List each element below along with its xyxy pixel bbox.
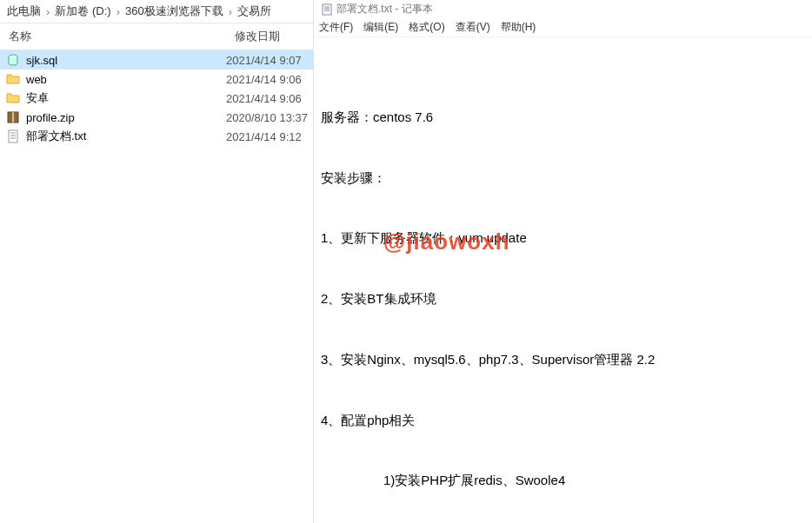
notepad-icon — [321, 3, 333, 16]
file-row[interactable]: 部署文档.txt2021/4/14 9:12 — [0, 127, 313, 146]
text-line: 1)安装PHP扩展redis、Swoole4 — [321, 470, 805, 490]
text-line: 2、安装BT集成环境 — [321, 288, 805, 308]
notepad-text-area[interactable]: @jiaowoxh 服务器：centos 7.6 安装步骤： 1、更新下服务器软… — [314, 37, 812, 523]
breadcrumb-item[interactable]: 交易所 — [237, 3, 271, 19]
file-row[interactable]: sjk.sql2021/4/14 9:07 — [0, 50, 313, 70]
text-line: 1、更新下服务器软件：yum update — [321, 228, 805, 248]
breadcrumb-separator: › — [116, 5, 120, 18]
file-row[interactable]: web2021/4/14 9:06 — [0, 70, 313, 89]
notepad-menubar: 文件(F) 编辑(E) 格式(O) 查看(V) 帮助(H) — [314, 18, 812, 37]
file-list: sjk.sql2021/4/14 9:07web2021/4/14 9:06安卓… — [0, 50, 313, 523]
file-row[interactable]: profile.zip2020/8/10 13:37 — [0, 108, 313, 127]
file-row[interactable]: 安卓2021/4/14 9:06 — [0, 89, 313, 108]
menu-help[interactable]: 帮助(H) — [501, 20, 536, 35]
file-icon — [5, 90, 21, 106]
breadcrumb-separator: › — [229, 5, 232, 18]
breadcrumb-separator: › — [46, 5, 50, 18]
text-line: 4、配置php相关 — [321, 410, 805, 430]
menu-file[interactable]: 文件(F) — [319, 20, 353, 35]
file-explorer-pane: 此电脑 › 新加卷 (D:) › 360极速浏览器下载 › 交易所 名称 修改日… — [0, 0, 314, 523]
menu-edit[interactable]: 编辑(E) — [363, 20, 398, 35]
text-line: 安装步骤： — [321, 168, 805, 188]
svg-rect-2 — [12, 112, 14, 122]
file-name: 部署文档.txt — [26, 129, 226, 144]
notepad-title-text: 部署文档.txt - 记事本 — [336, 2, 433, 17]
svg-rect-7 — [323, 4, 331, 15]
column-headers: 名称 修改日期 — [0, 23, 313, 50]
file-icon — [5, 109, 21, 125]
column-header-date[interactable]: 修改日期 — [226, 23, 313, 50]
breadcrumb-item[interactable]: 此电脑 — [7, 3, 41, 19]
file-date: 2020/8/10 13:37 — [226, 111, 308, 124]
file-date: 2021/4/14 9:06 — [226, 73, 308, 86]
text-line: 3、安装Nginx、mysql5.6、php7.3、Supervisor管理器 … — [321, 349, 805, 369]
file-icon — [5, 52, 21, 68]
svg-rect-3 — [9, 130, 17, 142]
menu-format[interactable]: 格式(O) — [409, 20, 444, 35]
file-icon — [5, 71, 21, 87]
file-date: 2021/4/14 9:06 — [226, 92, 308, 105]
column-header-name[interactable]: 名称 — [0, 23, 226, 50]
notepad-titlebar: 部署文档.txt - 记事本 — [314, 0, 812, 18]
file-date: 2021/4/14 9:07 — [226, 54, 308, 67]
notepad-window: 部署文档.txt - 记事本 文件(F) 编辑(E) 格式(O) 查看(V) 帮… — [314, 0, 812, 523]
file-name: 安卓 — [26, 90, 226, 106]
breadcrumb: 此电脑 › 新加卷 (D:) › 360极速浏览器下载 › 交易所 — [0, 0, 313, 23]
file-name: web — [26, 73, 226, 86]
text-line: 服务器：centos 7.6 — [321, 107, 805, 127]
menu-view[interactable]: 查看(V) — [456, 20, 490, 35]
breadcrumb-item[interactable]: 360极速浏览器下载 — [125, 3, 223, 19]
file-date: 2021/4/14 9:12 — [226, 130, 308, 143]
file-name: sjk.sql — [26, 54, 226, 67]
file-name: profile.zip — [26, 111, 226, 124]
breadcrumb-item[interactable]: 新加卷 (D:) — [55, 3, 110, 19]
file-icon — [5, 129, 21, 144]
